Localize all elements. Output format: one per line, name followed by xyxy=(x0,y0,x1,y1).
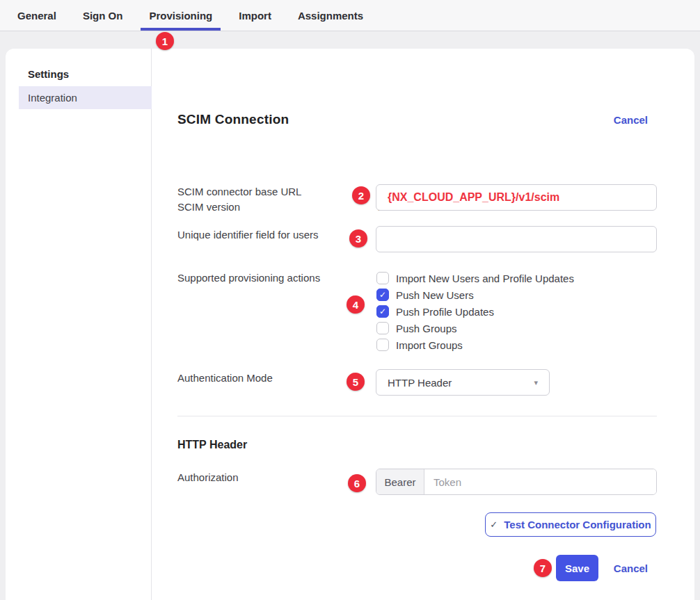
checkbox-import-new-users[interactable]: ✓ Import New Users and Profile Updates xyxy=(376,270,574,286)
checkbox-push-profile-updates[interactable]: ✓ Push Profile Updates xyxy=(376,303,574,320)
cancel-link-bottom[interactable]: Cancel xyxy=(614,562,648,574)
checkbox-label: Import Groups xyxy=(396,339,463,351)
app-tab-bar: General Sign On Provisioning Import Assi… xyxy=(0,0,700,31)
base-url-label: SCIM connector base URL xyxy=(177,186,301,197)
bearer-prefix: Bearer xyxy=(376,469,424,494)
checkbox-label: Push Profile Updates xyxy=(396,306,494,318)
test-connector-button-label: Test Connector Configuration xyxy=(504,519,651,530)
annotation-badge-2: 2 xyxy=(352,186,370,204)
provisioning-actions-list: ✓ Import New Users and Profile Updates ✓… xyxy=(376,270,574,353)
checkbox-push-groups[interactable]: ✓ Push Groups xyxy=(376,320,574,337)
annotation-badge-1: 1 xyxy=(156,32,174,50)
scim-version-label: SCIM version xyxy=(177,201,240,213)
tab-import[interactable]: Import xyxy=(230,0,280,31)
http-header-section-heading: HTTP Header xyxy=(177,439,247,451)
auth-mode-selected-value: HTTP Header xyxy=(388,377,452,389)
cancel-link-top[interactable]: Cancel xyxy=(614,114,648,126)
save-button[interactable]: Save xyxy=(556,555,598,581)
test-connector-configuration-button[interactable]: ✓ Test Connector Configuration xyxy=(485,512,656,537)
checkbox-icon: ✓ xyxy=(376,339,389,351)
annotation-badge-7: 7 xyxy=(534,559,552,577)
sidebar-item-integration[interactable]: Integration xyxy=(19,86,152,109)
checkbox-import-groups[interactable]: ✓ Import Groups xyxy=(376,337,574,353)
checkbox-push-new-users[interactable]: ✓ Push New Users xyxy=(376,286,574,303)
section-divider xyxy=(177,416,657,416)
sidebar-item-label: Integration xyxy=(28,92,77,104)
base-url-input[interactable] xyxy=(376,184,657,211)
tab-provisioning[interactable]: Provisioning xyxy=(141,0,221,31)
authorization-label: Authorization xyxy=(177,471,239,483)
tab-sign-on[interactable]: Sign On xyxy=(74,0,132,31)
unique-id-label: Unique identifier field for users xyxy=(177,229,319,241)
checkbox-label: Push New Users xyxy=(396,289,474,301)
check-icon: ✓ xyxy=(490,519,498,530)
provisioning-settings-card: Settings Integration SCIM Connection Can… xyxy=(6,49,694,600)
token-input[interactable] xyxy=(424,469,656,494)
auth-mode-label: Authentication Mode xyxy=(177,372,273,384)
checkbox-icon: ✓ xyxy=(376,289,389,301)
annotation-badge-3: 3 xyxy=(349,229,367,248)
annotation-badge-6: 6 xyxy=(348,474,366,492)
tab-assignments[interactable]: Assignments xyxy=(289,0,372,31)
page-title: SCIM Connection xyxy=(177,112,289,127)
provisioning-actions-label: Supported provisioning actions xyxy=(177,272,320,284)
checkbox-icon: ✓ xyxy=(376,305,389,318)
authorization-input-group: Bearer xyxy=(376,469,657,495)
annotation-badge-5: 5 xyxy=(347,373,365,391)
checkbox-label: Import New Users and Profile Updates xyxy=(396,273,574,284)
annotation-badge-4: 4 xyxy=(347,295,365,314)
checkbox-label: Push Groups xyxy=(396,323,457,334)
tab-general[interactable]: General xyxy=(9,0,65,31)
checkbox-icon: ✓ xyxy=(376,322,389,334)
unique-id-input[interactable] xyxy=(376,226,657,252)
sidebar-heading: Settings xyxy=(28,68,69,80)
checkbox-icon: ✓ xyxy=(376,272,389,284)
chevron-down-icon: ▾ xyxy=(534,378,538,387)
auth-mode-select[interactable]: HTTP Header ▾ xyxy=(376,369,550,396)
settings-sidebar: Settings Integration xyxy=(6,49,152,600)
